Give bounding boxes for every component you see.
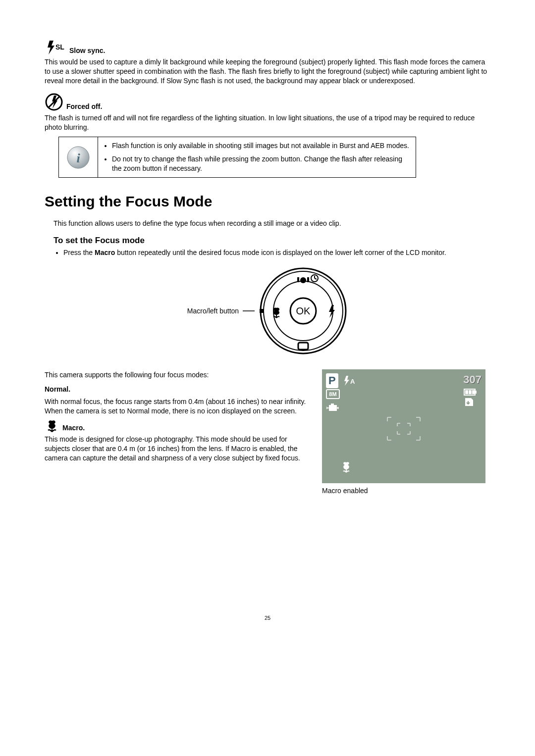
svg-text:A: A (350, 378, 355, 385)
info-icon: i (59, 137, 98, 177)
svg-text:OK: OK (296, 305, 311, 316)
focus-step: Press the Macro button repeatedly until … (63, 248, 490, 257)
macro-icon (45, 420, 59, 433)
lcd-resolution-icon: 8M (326, 389, 340, 399)
svg-text:i: i (76, 151, 80, 165)
macro-body: This mode is designed for close-up photo… (45, 435, 308, 463)
svg-text:SL: SL (55, 43, 64, 51)
focus-intro: This function allows users to define the… (54, 219, 490, 228)
controller-label: Macro/left button (187, 306, 239, 316)
forced-off-heading: Forced off. (45, 93, 490, 111)
pointer-line-icon (243, 310, 255, 311)
svg-rect-23 (469, 390, 472, 394)
flash-note-1: Flash function is only available in shoo… (112, 141, 411, 151)
lcd-mode-badge: P (326, 373, 338, 388)
lcd-card-icon (463, 397, 482, 407)
slow-sync-heading: SL Slow sync. (45, 40, 490, 55)
focus-step-list: Press the Macro button repeatedly until … (45, 248, 490, 257)
flash-note-2: Do not try to change the flash while pre… (112, 154, 411, 173)
flash-note-content: Flash function is only available in shoo… (98, 137, 416, 177)
lcd-macro-icon (340, 461, 353, 474)
macro-title: Macro. (62, 423, 85, 433)
lcd-shots-remaining: 307 (463, 372, 482, 387)
svg-rect-22 (465, 390, 468, 394)
svg-point-13 (300, 277, 306, 283)
svg-rect-18 (260, 309, 264, 313)
flash-off-icon (45, 93, 63, 111)
focus-subheading: To set the Focus mode (54, 235, 490, 247)
svg-text:8M: 8M (329, 391, 336, 397)
forced-off-title: Forced off. (66, 102, 102, 111)
svg-rect-24 (472, 390, 475, 394)
lcd-focus-brackets-icon (386, 416, 421, 441)
svg-rect-11 (297, 277, 299, 282)
slow-sync-icon: SL (45, 40, 66, 55)
slow-sync-title: Slow sync. (69, 46, 105, 55)
macro-heading: Macro. (45, 420, 308, 433)
lcd-flash-auto-icon: A (342, 375, 356, 387)
lcd-caption: Macro enabled (322, 486, 490, 496)
normal-title: Normal. (45, 385, 308, 394)
lcd-stabilizer-icon (326, 402, 340, 413)
controller-diagram: Macro/left button OK (45, 266, 490, 355)
flash-note-box: i Flash function is only available in sh… (58, 137, 416, 178)
dial-icon: OK (259, 266, 348, 355)
focus-supports: This camera supports the following four … (45, 370, 308, 380)
forced-off-body: The flash is turned off and will not fir… (45, 113, 490, 132)
lcd-battery-icon (463, 388, 482, 396)
svg-rect-21 (475, 391, 477, 394)
normal-body: With normal focus, the focus range start… (45, 397, 308, 416)
svg-rect-12 (307, 277, 309, 282)
focus-heading: Setting the Focus Mode (45, 192, 490, 212)
page-number: 25 (45, 614, 490, 622)
lcd-screen: P A 307 8M (322, 369, 485, 483)
slow-sync-body: This would be used to capture a dimly li… (45, 57, 490, 86)
